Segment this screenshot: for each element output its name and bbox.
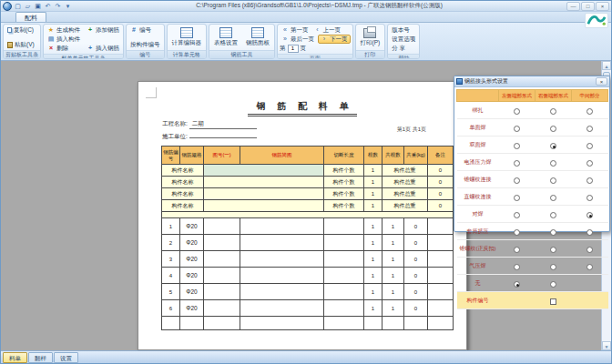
radio-button[interactable]	[586, 247, 593, 253]
next-page-button[interactable]: › 下一页	[318, 35, 351, 44]
total-weight-cell[interactable]: 0	[404, 300, 428, 317]
new-document-icon[interactable]: ▢	[14, 2, 22, 10]
add-rebar-button[interactable]: + 添加钢筋	[85, 25, 121, 35]
share-button[interactable]: 分 享	[390, 44, 417, 53]
radio-button[interactable]	[550, 212, 556, 218]
note-cell[interactable]	[428, 284, 454, 300]
quantity-cell[interactable]: 1	[364, 235, 382, 251]
app-menu-button[interactable]	[3, 2, 12, 11]
total-quantity-cell[interactable]: 1	[382, 284, 404, 300]
insert-component-button[interactable]: ▤ 插入构件	[46, 35, 82, 44]
note-cell[interactable]	[428, 251, 454, 268]
empty-cell[interactable]	[404, 317, 428, 330]
component-weight-label[interactable]: 构件总重	[382, 165, 428, 177]
component-count-value[interactable]: 1	[364, 177, 382, 188]
table-settings-button[interactable]: 表格设置	[211, 25, 240, 49]
component-weight-value[interactable]: 0	[428, 177, 454, 188]
radio-button[interactable]	[514, 126, 520, 132]
drawing-number-cell[interactable]	[204, 235, 240, 251]
minimize-button[interactable]: —	[566, 2, 580, 11]
close-button[interactable]: ×	[596, 2, 609, 11]
radio-button[interactable]	[586, 264, 593, 270]
radio-button[interactable]	[550, 247, 556, 253]
radio-button[interactable]	[586, 160, 593, 167]
radio-button[interactable]	[586, 212, 593, 218]
quantity-cell[interactable]: 1	[364, 251, 382, 268]
component-weight-label[interactable]: 构件总重	[382, 177, 428, 188]
radio-button[interactable]	[550, 126, 556, 132]
radio-button[interactable]	[586, 177, 593, 184]
drawing-number-cell[interactable]	[204, 268, 240, 284]
dialog-titlebar[interactable]: 钢筋接头形式设置 ×	[454, 76, 609, 87]
cut-length-cell[interactable]	[324, 284, 364, 300]
radio-button[interactable]	[514, 177, 520, 184]
print-button[interactable]: 打印(P)	[358, 25, 383, 49]
view-tab-2[interactable]: 翻样	[28, 352, 53, 363]
total-weight-cell[interactable]: 0	[404, 235, 428, 251]
component-weight-value[interactable]: 0	[428, 165, 454, 177]
number-button[interactable]: # 编号	[128, 25, 162, 35]
quantity-cell[interactable]: 1	[364, 218, 382, 235]
radio-button[interactable]	[586, 143, 593, 149]
total-quantity-cell[interactable]: 1	[382, 235, 404, 251]
component-sketch-cell[interactable]	[204, 200, 324, 212]
redo-icon[interactable]: ↷	[54, 2, 62, 10]
rebar-panel-button[interactable]: 钢筋面板	[243, 25, 272, 49]
number-by-component-button[interactable]: 按构件编号	[128, 40, 162, 49]
construction-unit-value[interactable]	[189, 137, 257, 138]
component-name-cell[interactable]: 构件名称	[162, 200, 204, 212]
total-weight-cell[interactable]: 0	[404, 268, 428, 284]
tab-peiliao[interactable]: 配料	[15, 12, 46, 22]
component-weight-label[interactable]: 构件总重	[382, 188, 428, 200]
rebar-spec-cell[interactable]: Φ20	[180, 268, 204, 284]
scroll-down-icon[interactable]: ▼	[602, 341, 611, 350]
empty-cell[interactable]	[382, 317, 404, 330]
component-name-cell[interactable]: 构件名称	[162, 188, 204, 200]
rebar-sketch-cell[interactable]	[240, 284, 324, 300]
empty-cell[interactable]	[428, 317, 454, 330]
total-quantity-cell[interactable]: 1	[382, 268, 404, 284]
rebar-sketch-cell[interactable]	[240, 251, 324, 268]
settings-options-button[interactable]: 设置选项	[390, 35, 417, 44]
cut-length-cell[interactable]	[324, 235, 364, 251]
empty-cell[interactable]	[162, 317, 180, 330]
rebar-spec-cell[interactable]: Φ20	[180, 235, 204, 251]
note-cell[interactable]	[428, 268, 454, 284]
rebar-spec-cell[interactable]: Φ20	[180, 300, 204, 317]
component-name-cell[interactable]: 构件名称	[162, 165, 204, 177]
radio-button[interactable]	[550, 281, 556, 288]
component-count-label[interactable]: 构件个数	[324, 165, 364, 177]
quantity-cell[interactable]: 1	[364, 300, 382, 317]
calc-editor-button[interactable]: 计算编辑器	[169, 25, 205, 49]
note-cell[interactable]	[428, 300, 454, 317]
save-icon[interactable]: ▣	[34, 2, 42, 10]
radio-button[interactable]	[586, 108, 593, 115]
total-quantity-cell[interactable]: 1	[382, 218, 404, 235]
drawing-number-cell[interactable]	[204, 284, 240, 300]
component-name-cell[interactable]: 构件名称	[162, 177, 204, 188]
component-weight-value[interactable]: 0	[428, 200, 454, 212]
empty-cell[interactable]	[324, 317, 364, 330]
radio-button[interactable]	[550, 195, 556, 201]
component-sketch-cell[interactable]	[204, 188, 324, 200]
cut-length-cell[interactable]	[324, 218, 364, 235]
radio-button[interactable]	[586, 126, 593, 132]
rebar-sketch-cell[interactable]	[240, 218, 324, 235]
empty-cell[interactable]	[180, 317, 204, 330]
project-name-value[interactable]: 二期	[189, 120, 257, 129]
rebar-sketch-cell[interactable]	[240, 300, 324, 317]
radio-button[interactable]	[550, 160, 556, 167]
component-weight-value[interactable]: 0	[428, 188, 454, 200]
drawing-number-cell[interactable]	[204, 300, 240, 317]
component-count-value[interactable]: 1	[364, 165, 382, 177]
component-count-value[interactable]: 1	[364, 188, 382, 200]
total-weight-cell[interactable]: 0	[404, 251, 428, 268]
empty-cell[interactable]	[240, 317, 324, 330]
component-count-label[interactable]: 构件个数	[324, 188, 364, 200]
rebar-spec-cell[interactable]: Φ20	[180, 218, 204, 235]
quantity-cell[interactable]: 1	[364, 284, 382, 300]
component-count-label[interactable]: 构件个数	[324, 177, 364, 188]
note-cell[interactable]	[428, 235, 454, 251]
radio-button[interactable]	[514, 160, 520, 167]
cut-length-cell[interactable]	[324, 300, 364, 317]
